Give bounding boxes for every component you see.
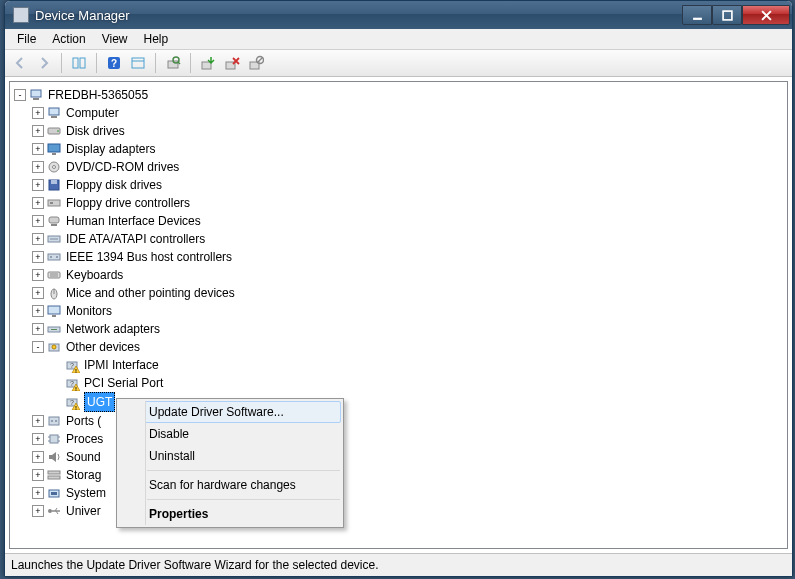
disk-icon: [46, 123, 62, 139]
display-icon: [46, 141, 62, 157]
expand-icon[interactable]: +: [32, 251, 44, 263]
expand-icon[interactable]: +: [32, 469, 44, 481]
usb-icon: [46, 503, 62, 519]
computer-icon: [46, 105, 62, 121]
svg-rect-17: [33, 98, 39, 100]
toolbar-separator: [96, 53, 97, 73]
tree-node-cat-9[interactable]: +Keyboards: [14, 266, 787, 284]
menu-action[interactable]: Action: [44, 30, 93, 48]
tree-node-cat-0[interactable]: +Computer: [14, 104, 787, 122]
properties-button[interactable]: [127, 52, 149, 74]
tree-node-child-13-1[interactable]: ?!PCI Serial Port: [14, 374, 787, 392]
cdrom-icon: [46, 159, 62, 175]
tree-node-cat-5[interactable]: +Floppy drive controllers: [14, 194, 787, 212]
minimize-button[interactable]: [682, 5, 712, 25]
tree-node-cat-1[interactable]: +Disk drives: [14, 122, 787, 140]
tree-node-cat-10[interactable]: +Mice and other pointing devices: [14, 284, 787, 302]
expand-icon[interactable]: +: [32, 125, 44, 137]
expand-icon[interactable]: +: [32, 179, 44, 191]
computer-icon: [28, 87, 44, 103]
expand-icon[interactable]: +: [32, 415, 44, 427]
expand-icon[interactable]: +: [32, 505, 44, 517]
tree-node-cat-7[interactable]: +IDE ATA/ATAPI controllers: [14, 230, 787, 248]
scan-hardware-button[interactable]: [162, 52, 184, 74]
svg-rect-23: [52, 153, 56, 155]
expand-icon[interactable]: +: [32, 305, 44, 317]
svg-text:?: ?: [70, 380, 74, 387]
svg-point-58: [51, 420, 53, 422]
tree-node-label: PCI Serial Port: [84, 374, 163, 392]
tree-node-label: Ports (: [66, 412, 101, 430]
expand-icon[interactable]: +: [32, 433, 44, 445]
tree-node-cat-4[interactable]: +Floppy disk drives: [14, 176, 787, 194]
tree-node-label: DVD/CD-ROM drives: [66, 158, 179, 176]
expand-icon[interactable]: +: [32, 287, 44, 299]
expand-icon[interactable]: +: [32, 107, 44, 119]
tree-node-cat-8[interactable]: +IEEE 1394 Bus host controllers: [14, 248, 787, 266]
expand-icon[interactable]: +: [32, 233, 44, 245]
menu-bar: File Action View Help: [5, 29, 792, 50]
tree-node-cat-11[interactable]: +Monitors: [14, 302, 787, 320]
context-menu-item[interactable]: Properties: [119, 503, 341, 525]
tree-node-label: Network adapters: [66, 320, 160, 338]
context-menu: Update Driver Software...DisableUninstal…: [116, 398, 344, 528]
tree-node-label: Display adapters: [66, 140, 155, 158]
forward-button[interactable]: [33, 52, 55, 74]
menu-file[interactable]: File: [9, 30, 44, 48]
svg-rect-22: [48, 144, 60, 152]
uninstall-button[interactable]: [221, 52, 243, 74]
tree-node-child-13-0[interactable]: ?!IPMI Interface: [14, 356, 787, 374]
help-button[interactable]: ?: [103, 52, 125, 74]
menu-help[interactable]: Help: [136, 30, 177, 48]
svg-rect-16: [31, 90, 41, 97]
maximize-button[interactable]: [712, 5, 742, 25]
system-icon: [46, 485, 62, 501]
context-menu-item[interactable]: Update Driver Software...: [119, 401, 341, 423]
expand-icon[interactable]: +: [32, 161, 44, 173]
show-hide-tree-button[interactable]: [68, 52, 90, 74]
hid-icon: [46, 213, 62, 229]
tree-node-label: System: [66, 484, 106, 502]
tree-node-label: Floppy disk drives: [66, 176, 162, 194]
1394-icon: [46, 249, 62, 265]
context-menu-item[interactable]: Scan for hardware changes: [119, 474, 341, 496]
back-button[interactable]: [9, 52, 31, 74]
collapse-icon[interactable]: -: [32, 341, 44, 353]
network-icon: [46, 321, 62, 337]
tree-node-label: IPMI Interface: [84, 356, 159, 374]
expand-icon[interactable]: +: [32, 451, 44, 463]
title-bar[interactable]: Device Manager: [5, 1, 792, 29]
disable-button[interactable]: [245, 52, 267, 74]
menu-view[interactable]: View: [94, 30, 136, 48]
other-icon: [46, 339, 62, 355]
tree-node-cat-12[interactable]: +Network adapters: [14, 320, 787, 338]
close-button[interactable]: [742, 5, 790, 25]
toolbar: ?: [5, 50, 792, 77]
expand-icon[interactable]: +: [32, 269, 44, 281]
tree-node-label: IEEE 1394 Bus host controllers: [66, 248, 232, 266]
context-menu-item[interactable]: Disable: [119, 423, 341, 445]
svg-rect-57: [49, 417, 59, 425]
expand-icon[interactable]: +: [32, 323, 44, 335]
expand-icon[interactable]: +: [32, 143, 44, 155]
toolbar-separator: [155, 53, 156, 73]
window-title: Device Manager: [35, 8, 682, 23]
tree-node-cat-2[interactable]: +Display adapters: [14, 140, 787, 158]
expand-spacer: [50, 396, 62, 408]
tree-node-root[interactable]: -FREDBH-5365055: [14, 86, 787, 104]
svg-text:!: !: [75, 405, 77, 411]
tree-node-label: Univer: [66, 502, 101, 520]
tree-node-cat-3[interactable]: +DVD/CD-ROM drives: [14, 158, 787, 176]
context-menu-item[interactable]: Uninstall: [119, 445, 341, 467]
tree-node-cat-13[interactable]: -Other devices: [14, 338, 787, 356]
tree-node-cat-6[interactable]: +Human Interface Devices: [14, 212, 787, 230]
expand-icon[interactable]: +: [32, 197, 44, 209]
svg-text:!: !: [75, 368, 77, 374]
unknown-icon: ?!: [64, 357, 80, 373]
expand-icon[interactable]: +: [32, 215, 44, 227]
svg-rect-6: [132, 58, 144, 68]
expand-icon[interactable]: +: [32, 487, 44, 499]
svg-text:?: ?: [70, 399, 74, 406]
update-driver-button[interactable]: [197, 52, 219, 74]
collapse-icon[interactable]: -: [14, 89, 26, 101]
